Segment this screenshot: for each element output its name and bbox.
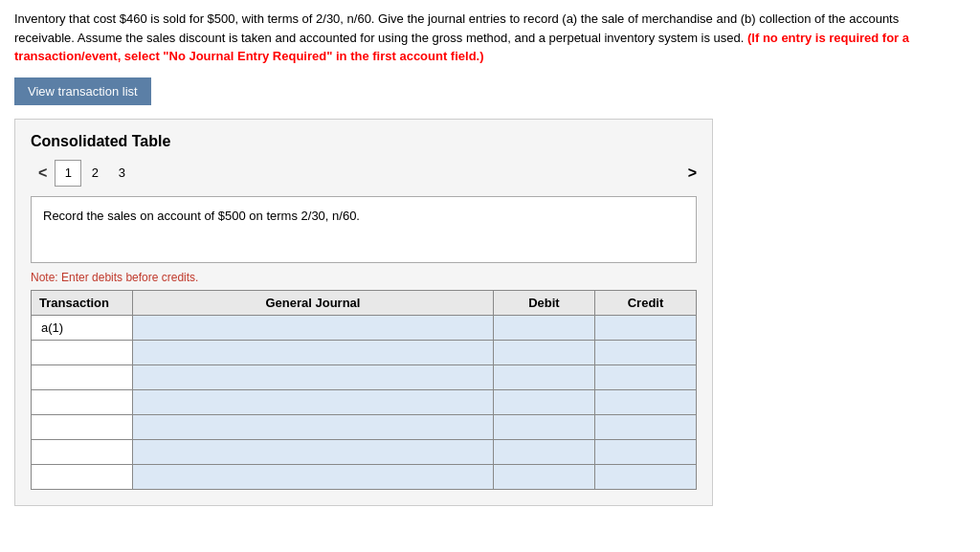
credit-cell-0[interactable] xyxy=(594,315,696,340)
journal-table: Transaction General Journal Debit Credit… xyxy=(31,290,697,490)
col-header-debit: Debit xyxy=(493,290,594,315)
pagination-row: < 1 2 3 > xyxy=(31,160,697,187)
general-journal-input-5[interactable] xyxy=(133,440,493,464)
general-journal-cell-5[interactable] xyxy=(133,439,494,464)
debit-input-6[interactable] xyxy=(494,465,594,489)
general-journal-cell-4[interactable] xyxy=(133,414,494,439)
pagination-page-1[interactable]: 1 xyxy=(55,160,81,187)
debit-input-4[interactable] xyxy=(494,415,594,439)
general-journal-cell-3[interactable] xyxy=(133,389,494,414)
debit-input-3[interactable] xyxy=(494,390,594,414)
transaction-cell-0: a(1) xyxy=(32,315,133,340)
general-journal-input-2[interactable] xyxy=(133,365,493,389)
credit-input-4[interactable] xyxy=(595,415,696,439)
transaction-cell-3 xyxy=(32,389,133,414)
credit-input-2[interactable] xyxy=(595,365,696,389)
transaction-cell-2 xyxy=(32,364,133,389)
debit-cell-6[interactable] xyxy=(493,464,594,489)
debit-cell-2[interactable] xyxy=(493,364,594,389)
debit-cell-0[interactable] xyxy=(493,315,594,340)
pagination-page-3[interactable]: 3 xyxy=(108,160,135,187)
transaction-cell-1 xyxy=(32,340,133,364)
general-journal-input-0[interactable] xyxy=(133,316,493,340)
debit-cell-3[interactable] xyxy=(493,389,594,414)
credit-input-5[interactable] xyxy=(595,440,696,464)
debit-input-5[interactable] xyxy=(494,440,594,464)
credit-cell-2[interactable] xyxy=(594,364,696,389)
general-journal-input-6[interactable] xyxy=(133,465,493,489)
general-journal-cell-2[interactable] xyxy=(133,364,494,389)
credit-cell-4[interactable] xyxy=(594,414,696,439)
debit-input-0[interactable] xyxy=(494,316,594,340)
debit-cell-4[interactable] xyxy=(493,414,594,439)
debit-input-1[interactable] xyxy=(494,341,594,364)
col-header-transaction: Transaction xyxy=(32,290,133,315)
view-transaction-button[interactable]: View transaction list xyxy=(14,77,151,105)
credit-cell-3[interactable] xyxy=(594,389,696,414)
pagination-right-arrow[interactable]: > xyxy=(688,165,697,182)
general-journal-cell-0[interactable] xyxy=(133,315,494,340)
general-journal-cell-6[interactable] xyxy=(133,464,494,489)
transaction-cell-5 xyxy=(32,439,133,464)
debit-cell-5[interactable] xyxy=(493,439,594,464)
consolidated-table-title: Consolidated Table xyxy=(31,133,697,150)
credit-input-3[interactable] xyxy=(595,390,696,414)
credit-input-6[interactable] xyxy=(595,465,696,489)
transaction-cell-4 xyxy=(32,414,133,439)
col-header-credit: Credit xyxy=(594,290,696,315)
credit-input-0[interactable] xyxy=(595,316,696,340)
pagination-page-2[interactable]: 2 xyxy=(81,160,108,187)
pagination-left-arrow[interactable]: < xyxy=(31,163,55,184)
general-journal-input-4[interactable] xyxy=(133,415,493,439)
debit-input-2[interactable] xyxy=(494,365,594,389)
col-header-general-journal: General Journal xyxy=(133,290,494,315)
credit-cell-5[interactable] xyxy=(594,439,696,464)
credit-input-1[interactable] xyxy=(595,341,696,364)
general-journal-cell-1[interactable] xyxy=(133,340,494,364)
transaction-description: Record the sales on account of $500 on t… xyxy=(31,196,697,263)
credit-cell-1[interactable] xyxy=(594,340,696,364)
problem-text: Inventory that cost $460 is sold for $50… xyxy=(14,10,952,66)
general-journal-input-1[interactable] xyxy=(133,341,493,364)
transaction-cell-6 xyxy=(32,464,133,489)
credit-cell-6[interactable] xyxy=(594,464,696,489)
note-text: Note: Enter debits before credits. xyxy=(31,271,697,284)
general-journal-input-3[interactable] xyxy=(133,390,493,414)
debit-cell-1[interactable] xyxy=(493,340,594,364)
consolidated-table-container: Consolidated Table < 1 2 3 > Record the … xyxy=(14,119,713,506)
